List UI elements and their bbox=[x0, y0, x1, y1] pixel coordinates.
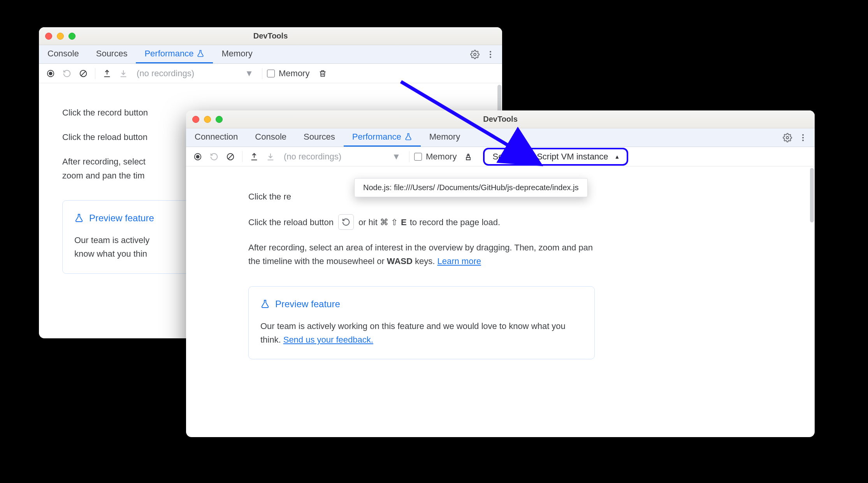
chevron-down-icon: ▼ bbox=[245, 68, 253, 79]
settings-button[interactable] bbox=[780, 128, 795, 147]
tab-sources[interactable]: Sources bbox=[295, 128, 344, 147]
preview-feature-card: Preview feature Our team is actively wor… bbox=[248, 286, 595, 360]
traffic-lights bbox=[45, 33, 76, 40]
instruction-text: zoom and pan the tim bbox=[62, 171, 145, 180]
svg-line-7 bbox=[81, 71, 86, 75]
record-button[interactable] bbox=[191, 150, 205, 164]
recordings-placeholder: (no recordings) bbox=[137, 68, 241, 79]
titlebar[interactable]: DevTools bbox=[186, 110, 815, 128]
flask-icon bbox=[74, 214, 84, 223]
memory-checkbox[interactable] bbox=[267, 70, 275, 77]
preview-body: Our team is actively working on this fea… bbox=[260, 319, 583, 346]
more-menu-button[interactable] bbox=[795, 128, 811, 147]
download-button[interactable] bbox=[116, 66, 130, 80]
key-indicator: E bbox=[401, 215, 407, 229]
download-button[interactable] bbox=[264, 150, 278, 164]
memory-checkbox-row[interactable]: Memory bbox=[267, 68, 309, 79]
svg-line-15 bbox=[228, 154, 233, 159]
upload-button[interactable] bbox=[247, 150, 261, 164]
tab-sources[interactable]: Sources bbox=[88, 45, 136, 63]
titlebar[interactable]: DevTools bbox=[39, 27, 502, 45]
instruction-text: Click the re bbox=[248, 190, 291, 203]
svg-point-10 bbox=[802, 137, 804, 138]
svg-point-2 bbox=[490, 54, 491, 55]
close-window-icon[interactable] bbox=[192, 116, 199, 123]
upload-button[interactable] bbox=[100, 66, 114, 80]
tab-performance[interactable]: Performance bbox=[344, 128, 421, 147]
vm-instance-option[interactable]: Node.js: file:///Users/ /Documents/GitHu… bbox=[363, 183, 579, 192]
recordings-placeholder: (no recordings) bbox=[284, 152, 388, 162]
recordings-dropdown[interactable]: (no recordings) ▼ bbox=[280, 150, 404, 164]
tab-memory[interactable]: Memory bbox=[213, 45, 261, 63]
performance-toolbar: (no recordings) ▼ Memory Select JavaScri… bbox=[186, 147, 815, 166]
body-area: Node.js: file:///Users/ /Documents/GitHu… bbox=[186, 166, 815, 437]
tab-console[interactable]: Console bbox=[39, 45, 88, 63]
tab-memory[interactable]: Memory bbox=[421, 128, 469, 147]
memory-checkbox-label: Memory bbox=[426, 152, 457, 162]
vm-instance-label: Select JavaScript VM instance bbox=[492, 152, 608, 162]
minimize-window-icon[interactable] bbox=[204, 116, 211, 123]
chevron-down-icon: ▼ bbox=[392, 152, 401, 162]
svg-point-9 bbox=[802, 134, 804, 136]
maximize-window-icon[interactable] bbox=[69, 33, 76, 40]
clear-button[interactable] bbox=[223, 150, 237, 164]
clear-button[interactable] bbox=[76, 66, 90, 80]
preview-title: Preview feature bbox=[275, 297, 340, 312]
more-menu-button[interactable] bbox=[483, 45, 498, 63]
instruction-text: keys. bbox=[413, 256, 438, 266]
tab-bar: Console Sources Performance Memory bbox=[39, 45, 502, 64]
instruction-text: to record the page load. bbox=[410, 215, 500, 229]
memory-checkbox-row[interactable]: Memory bbox=[414, 152, 457, 162]
tab-bar: Connection Console Sources Performance M… bbox=[186, 128, 815, 147]
scrollbar[interactable] bbox=[810, 168, 814, 222]
memory-checkbox-label: Memory bbox=[279, 68, 309, 79]
minimize-window-icon[interactable] bbox=[57, 33, 64, 40]
window-title: DevTools bbox=[39, 32, 502, 40]
preview-title: Preview feature bbox=[89, 211, 154, 226]
svg-point-0 bbox=[474, 53, 476, 56]
tab-performance[interactable]: Performance bbox=[136, 45, 213, 63]
reload-record-button[interactable] bbox=[60, 66, 74, 80]
vm-instance-select[interactable]: Select JavaScript VM instance ▲ bbox=[483, 148, 628, 166]
collect-garbage-button[interactable] bbox=[461, 150, 475, 164]
wasd-text: WASD bbox=[387, 256, 413, 266]
devtools-window-front: DevTools Connection Console Sources Perf… bbox=[186, 110, 815, 437]
instruction-text: Click the reload button bbox=[62, 130, 148, 144]
flask-icon bbox=[404, 133, 412, 141]
tab-connection[interactable]: Connection bbox=[186, 128, 246, 147]
svg-point-11 bbox=[802, 140, 804, 141]
flask-icon bbox=[260, 299, 270, 309]
recordings-dropdown[interactable]: (no recordings) ▼ bbox=[133, 66, 257, 80]
vm-instance-menu: Node.js: file:///Users/ /Documents/GitHu… bbox=[354, 178, 588, 197]
settings-button[interactable] bbox=[467, 45, 483, 63]
svg-point-13 bbox=[196, 155, 199, 158]
traffic-lights bbox=[192, 116, 223, 123]
instruction-text: Click the record button bbox=[62, 106, 148, 119]
memory-checkbox[interactable] bbox=[414, 153, 422, 161]
window-title: DevTools bbox=[186, 115, 815, 124]
flask-icon bbox=[197, 50, 204, 58]
maximize-window-icon[interactable] bbox=[216, 116, 223, 123]
svg-point-1 bbox=[490, 51, 491, 52]
reload-icon bbox=[338, 214, 354, 230]
chevron-up-icon: ▲ bbox=[615, 154, 620, 160]
feedback-link[interactable]: Send us your feedback. bbox=[283, 335, 373, 345]
record-button[interactable] bbox=[44, 66, 58, 80]
instruction-text: After recording, select bbox=[62, 157, 146, 166]
instruction-text: or hit ⌘ ⇧ bbox=[358, 215, 398, 229]
instruction-text: Click the reload button bbox=[248, 215, 334, 229]
svg-point-5 bbox=[49, 72, 52, 75]
close-window-icon[interactable] bbox=[45, 33, 52, 40]
reload-record-button[interactable] bbox=[207, 150, 221, 164]
delete-button[interactable] bbox=[316, 66, 330, 80]
svg-point-3 bbox=[490, 56, 491, 58]
performance-toolbar: (no recordings) ▼ Memory bbox=[39, 64, 502, 83]
tab-console[interactable]: Console bbox=[246, 128, 295, 147]
learn-more-link[interactable]: Learn more bbox=[437, 256, 481, 266]
svg-point-8 bbox=[786, 136, 789, 139]
